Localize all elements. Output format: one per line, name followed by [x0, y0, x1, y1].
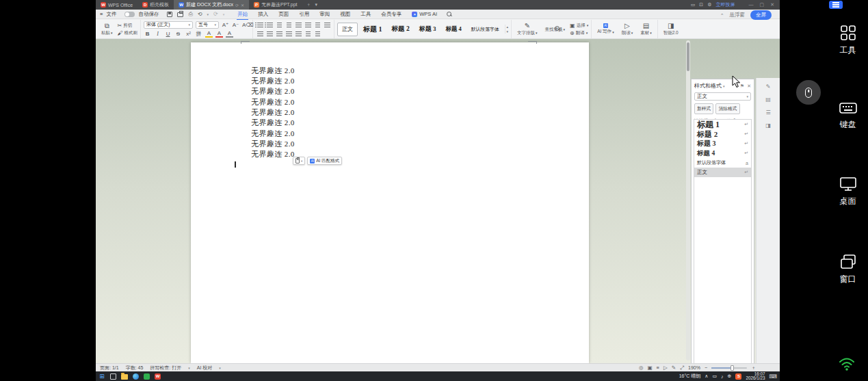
paste-button[interactable]: ⧉ 粘贴 — [98, 23, 116, 36]
smart-2-button[interactable]: ◨ 智能2.0 — [661, 23, 681, 36]
clear-format-button[interactable]: 清除格式 — [715, 103, 739, 114]
document-page[interactable]: 无界趣连 2.0 无界趣连 2.0 无界趣连 2.0 无界趣连 2.0 无界趣连… — [191, 42, 589, 363]
translate-button[interactable]: ⊕ 翻译 — [570, 30, 588, 36]
current-style-combo[interactable]: 正文 — [694, 92, 751, 101]
outline-view-icon[interactable]: ≡ — [657, 365, 659, 371]
style-item-heading4[interactable]: 标题 4↵ — [694, 148, 751, 158]
italic-button[interactable]: I — [154, 31, 161, 37]
fit-page-icon[interactable]: ⤢ — [680, 365, 684, 371]
font-color-button[interactable]: A — [215, 30, 223, 38]
line-spacing-icon[interactable] — [294, 21, 302, 28]
tray-sogou-icon[interactable]: S — [735, 373, 741, 380]
floating-mouse-handle[interactable] — [796, 80, 821, 105]
sidebar-item-tools[interactable]: 工具 — [828, 25, 868, 56]
cast-icon[interactable]: ▭ — [691, 2, 696, 8]
tray-expand-icon[interactable]: ∧ — [705, 373, 708, 379]
tab-ppt-document[interactable]: P 无界趣连PPT.ppt — [249, 0, 302, 10]
word-count[interactable]: 字数: 45 — [126, 365, 144, 371]
style-item-heading2[interactable]: 标题 2↵ — [694, 129, 751, 139]
undo-dropdown-icon[interactable] — [207, 12, 209, 16]
align-right-icon[interactable] — [275, 30, 283, 37]
font-size-combo[interactable]: 五号 — [196, 21, 219, 29]
menu-page[interactable]: 页面 — [278, 10, 289, 19]
decrease-font-icon[interactable]: A⁻ — [232, 22, 239, 28]
zoom-slider[interactable] — [711, 367, 747, 369]
print-icon[interactable] — [177, 12, 183, 17]
close-panel-icon[interactable] — [747, 83, 751, 89]
weather-widget[interactable]: 16°C 晴朗 — [679, 373, 701, 380]
touch-keyboard-icon[interactable] — [769, 373, 777, 380]
bullet-list-icon[interactable] — [256, 21, 264, 28]
file-menu[interactable]: 文件 — [106, 11, 116, 18]
menu-member[interactable]: 会员专享 — [380, 10, 402, 19]
style-normal[interactable]: 正文 — [337, 23, 358, 36]
cast-now-button[interactable]: 立即投屏 — [716, 1, 735, 8]
cut-button[interactable]: ✂ 剪切 — [118, 23, 138, 29]
align-center-icon[interactable] — [265, 30, 274, 37]
justify-icon[interactable] — [285, 30, 293, 37]
save-icon[interactable] — [167, 12, 172, 17]
redo-dropdown-icon[interactable] — [223, 12, 225, 16]
pinyin-guide-button[interactable]: 拼 — [195, 30, 202, 38]
format-painter-button[interactable]: 🖌 格式刷 — [118, 30, 138, 36]
increase-font-icon[interactable]: A⁺ — [222, 22, 229, 28]
outdent-icon[interactable] — [275, 21, 283, 28]
new-tab-button[interactable] — [306, 1, 311, 8]
style-heading1[interactable]: 标题 1 — [359, 23, 386, 36]
align-left-icon[interactable] — [256, 30, 264, 37]
close-window-icon[interactable]: ✕ — [770, 2, 774, 8]
menu-view[interactable]: 视图 — [339, 10, 351, 19]
spell-check-status[interactable]: 拼写检查: 打开 — [150, 365, 181, 371]
green-app-icon[interactable] — [144, 373, 150, 380]
gallery-down-icon[interactable] — [507, 29, 509, 34]
symbol-icon[interactable] — [323, 21, 331, 28]
fullscreen-button[interactable]: 全屏 — [750, 10, 772, 20]
ai-match-format-chip[interactable]: AI AI 匹配格式 — [307, 157, 342, 165]
bold-button[interactable]: B — [144, 31, 151, 37]
wifi-icon[interactable] — [839, 356, 855, 371]
menu-review[interactable]: 审阅 — [319, 10, 330, 19]
show-marks-icon[interactable] — [313, 21, 321, 28]
gear-icon[interactable]: ⚙ — [707, 2, 711, 8]
rail-panel-icon[interactable]: ◨ — [765, 122, 771, 129]
new-style-button[interactable]: 新样式 — [694, 103, 713, 114]
style-item-normal[interactable]: 正文↵ — [694, 168, 751, 177]
tab-docer-template[interactable]: D 稻壳模板 — [137, 0, 174, 10]
text-typeset-button[interactable]: ✎ 文字排版 — [514, 23, 540, 36]
eye-protect-icon[interactable]: ◎ — [639, 365, 644, 371]
tab-list-dropdown-icon[interactable] — [315, 2, 317, 8]
page-view-icon[interactable]: ▣ — [647, 365, 652, 371]
tray-display-icon[interactable]: ▭ — [712, 373, 717, 379]
tab-docx-document[interactable]: W 新建 DOCX 文档.docx — [174, 0, 249, 10]
sidebar-item-keyboard[interactable]: 键盘 — [828, 101, 868, 131]
ai-writing-button[interactable]: AI AI 写作 — [594, 23, 616, 35]
browser-icon[interactable] — [133, 373, 139, 380]
vertical-scrollbar[interactable] — [686, 40, 690, 360]
superscript-button[interactable]: x² — [185, 31, 192, 37]
read-aloud-button[interactable]: ▷ 朗读 — [619, 23, 636, 36]
task-view-icon[interactable] — [110, 373, 116, 380]
rail-outline-icon[interactable]: ☰ — [765, 109, 770, 116]
taskbar-clock[interactable]: 16:07 2026/1/23 — [746, 372, 765, 381]
chevron-up-icon[interactable] — [720, 12, 724, 18]
menu-tools[interactable]: 工具 — [360, 10, 371, 19]
tab-wps-home[interactable]: W WPS Office — [96, 0, 137, 10]
rail-edit-icon[interactable]: ✎ — [766, 83, 771, 90]
strikethrough-button[interactable]: S — [174, 31, 182, 37]
style-item-default-font[interactable]: 默认段落字体a — [694, 158, 751, 168]
file-explorer-icon[interactable] — [121, 374, 128, 380]
distribute-icon[interactable] — [294, 30, 302, 37]
style-default-font[interactable]: 默认段落字体 — [467, 23, 503, 36]
style-item-heading1[interactable]: 标题 1↵ — [694, 120, 751, 129]
clear-format-icon[interactable]: A⌫ — [242, 22, 250, 28]
char-shading-button[interactable]: A — [226, 30, 233, 38]
style-item-heading3[interactable]: 标题 3↵ — [694, 139, 751, 148]
rail-material-icon[interactable]: ▤ — [765, 96, 771, 103]
gallery-up-icon[interactable] — [507, 25, 509, 29]
edit-mode-icon[interactable]: ✎ — [672, 365, 676, 371]
print-preview-icon[interactable]: ⎙ — [188, 11, 192, 18]
scrollbar-thumb[interactable] — [687, 42, 689, 71]
tray-volume-icon[interactable]: ♪ — [721, 374, 724, 379]
zoom-slider-thumb[interactable] — [731, 365, 734, 371]
material-button[interactable]: ▤ 素材 — [637, 23, 655, 36]
